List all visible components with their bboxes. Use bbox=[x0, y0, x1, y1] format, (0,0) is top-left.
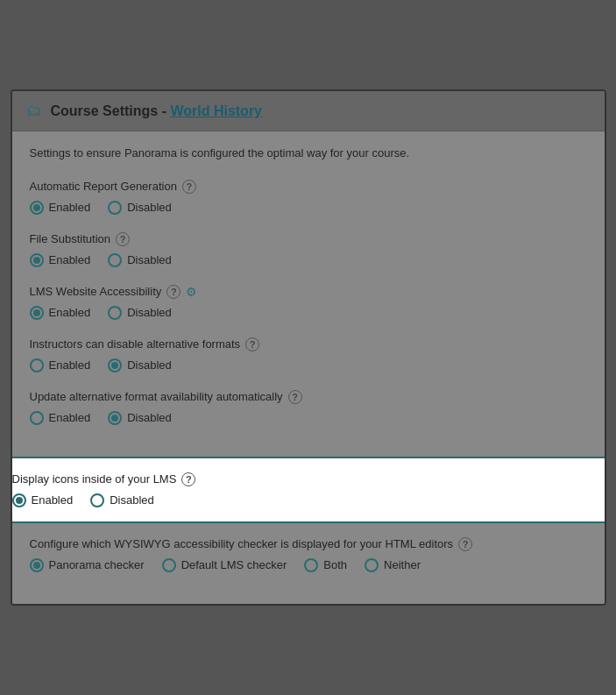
lms-access-help-icon[interactable]: ? bbox=[166, 285, 181, 299]
lms-access-group: LMS Website Accessibility ? ⚙ Enabled Di… bbox=[30, 285, 587, 320]
display-icons-enabled-radio[interactable] bbox=[12, 493, 26, 507]
wysiwyg-panorama-radio[interactable] bbox=[30, 558, 44, 572]
modal-header: 🗂 Course Settings - World History bbox=[12, 91, 605, 131]
auto-report-enabled-option[interactable]: Enabled bbox=[30, 201, 91, 215]
update-availability-disabled-label: Disabled bbox=[127, 411, 172, 424]
display-icons-disabled-label: Disabled bbox=[110, 493, 154, 507]
wysiwyg-default-option[interactable]: Default LMS checker bbox=[162, 558, 287, 572]
description-text: Settings to ensure Panorama is configure… bbox=[30, 145, 587, 161]
wysiwyg-both-option[interactable]: Both bbox=[304, 558, 347, 572]
display-icons-label: Display icons inside of your LMS ? bbox=[12, 472, 605, 486]
auto-report-help-icon[interactable]: ? bbox=[182, 180, 196, 194]
auto-report-disabled-label: Disabled bbox=[127, 201, 172, 214]
lms-access-disabled-label: Disabled bbox=[127, 306, 172, 319]
lms-access-gear-icon[interactable]: ⚙ bbox=[186, 285, 197, 299]
auto-report-disabled-radio[interactable] bbox=[108, 201, 122, 215]
lms-access-radios: Enabled Disabled bbox=[30, 306, 587, 320]
wysiwyg-help-icon[interactable]: ? bbox=[458, 537, 472, 551]
file-sub-group: File Substitution ? Enabled Disabled bbox=[30, 232, 587, 267]
lms-access-enabled-label: Enabled bbox=[49, 306, 91, 319]
lms-access-text: LMS Website Accessibility bbox=[30, 285, 162, 298]
auto-report-disabled-option[interactable]: Disabled bbox=[108, 201, 172, 215]
update-availability-enabled-option[interactable]: Enabled bbox=[30, 411, 91, 425]
update-availability-text: Update alternative format availability a… bbox=[30, 390, 283, 403]
lms-access-disabled-option[interactable]: Disabled bbox=[108, 306, 172, 320]
lms-access-label: LMS Website Accessibility ? ⚙ bbox=[30, 285, 587, 299]
file-sub-label: File Substitution ? bbox=[30, 232, 587, 246]
wysiwyg-neither-option[interactable]: Neither bbox=[365, 558, 421, 572]
display-icons-disabled-option[interactable]: Disabled bbox=[90, 493, 154, 507]
wysiwyg-neither-label: Neither bbox=[384, 558, 421, 571]
auto-report-radios: Enabled Disabled bbox=[30, 201, 587, 215]
course-link[interactable]: World History bbox=[170, 103, 262, 118]
lms-access-enabled-radio[interactable] bbox=[30, 306, 44, 320]
instructors-disable-enabled-label: Enabled bbox=[49, 358, 91, 372]
update-availability-disabled-radio[interactable] bbox=[108, 411, 122, 425]
lms-access-disabled-radio[interactable] bbox=[108, 306, 122, 320]
instructors-disable-group: Instructors can disable alternative form… bbox=[30, 337, 587, 372]
wysiwyg-panorama-option[interactable]: Panorama checker bbox=[30, 558, 145, 572]
modal-body: Settings to ensure Panorama is configure… bbox=[12, 131, 605, 456]
instructors-disable-text: Instructors can disable alternative form… bbox=[30, 337, 241, 351]
update-availability-label: Update alternative format availability a… bbox=[30, 390, 587, 404]
display-icons-enabled-label: Enabled bbox=[32, 493, 74, 507]
auto-report-enabled-radio[interactable] bbox=[30, 201, 44, 215]
file-sub-disabled-option[interactable]: Disabled bbox=[108, 253, 172, 267]
wysiwyg-text: Configure which WYSIWYG accessibility ch… bbox=[30, 537, 454, 550]
display-icons-help-icon[interactable]: ? bbox=[181, 472, 195, 486]
file-sub-help-icon[interactable]: ? bbox=[116, 232, 130, 246]
file-sub-enabled-radio[interactable] bbox=[30, 253, 44, 267]
wysiwyg-default-label: Default LMS checker bbox=[181, 558, 287, 571]
update-availability-help-icon[interactable]: ? bbox=[288, 390, 302, 404]
wysiwyg-group: Configure which WYSIWYG accessibility ch… bbox=[30, 537, 587, 572]
instructors-disable-disabled-option[interactable]: Disabled bbox=[108, 358, 172, 372]
auto-report-group: Automatic Report Generation ? Enabled Di… bbox=[30, 180, 587, 215]
file-sub-enabled-label: Enabled bbox=[49, 253, 91, 266]
file-sub-enabled-option[interactable]: Enabled bbox=[30, 253, 91, 267]
display-icons-disabled-radio[interactable] bbox=[90, 493, 104, 507]
wysiwyg-section: Configure which WYSIWYG accessibility ch… bbox=[12, 523, 605, 604]
instructors-disable-disabled-label: Disabled bbox=[127, 358, 172, 372]
file-sub-disabled-radio[interactable] bbox=[108, 253, 122, 267]
update-availability-enabled-label: Enabled bbox=[49, 411, 91, 424]
wysiwyg-label: Configure which WYSIWYG accessibility ch… bbox=[30, 537, 587, 551]
display-icons-section: Display icons inside of your LMS ? Enabl… bbox=[11, 457, 606, 523]
instructors-disable-radios: Enabled Disabled bbox=[30, 358, 587, 372]
instructors-disable-label: Instructors can disable alternative form… bbox=[30, 337, 587, 351]
instructors-disable-enabled-radio[interactable] bbox=[30, 358, 44, 372]
file-sub-disabled-label: Disabled bbox=[127, 253, 172, 266]
update-availability-disabled-option[interactable]: Disabled bbox=[108, 411, 172, 425]
auto-report-text: Automatic Report Generation bbox=[30, 180, 177, 193]
auto-report-enabled-label: Enabled bbox=[49, 201, 91, 214]
wysiwyg-radios: Panorama checker Default LMS checker Bot… bbox=[30, 558, 587, 572]
lms-access-enabled-option[interactable]: Enabled bbox=[30, 306, 91, 320]
update-availability-radios: Enabled Disabled bbox=[30, 411, 587, 425]
course-settings-modal: 🗂 Course Settings - World History Settin… bbox=[11, 89, 606, 605]
wysiwyg-both-radio[interactable] bbox=[304, 558, 318, 572]
instructors-disable-help-icon[interactable]: ? bbox=[245, 337, 259, 351]
instructors-disable-enabled-option[interactable]: Enabled bbox=[30, 358, 91, 372]
display-icons-text: Display icons inside of your LMS bbox=[12, 472, 177, 486]
update-availability-enabled-radio[interactable] bbox=[30, 411, 44, 425]
header-title-prefix: Course Settings - bbox=[51, 103, 171, 118]
instructors-disable-disabled-radio[interactable] bbox=[108, 358, 122, 372]
wysiwyg-default-radio[interactable] bbox=[162, 558, 176, 572]
wysiwyg-neither-radio[interactable] bbox=[365, 558, 379, 572]
file-sub-text: File Substitution bbox=[30, 232, 111, 245]
display-icons-group: Display icons inside of your LMS ? Enabl… bbox=[12, 472, 605, 507]
display-icons-radios: Enabled Disabled bbox=[12, 493, 605, 507]
auto-report-label: Automatic Report Generation ? bbox=[30, 180, 587, 194]
wysiwyg-both-label: Both bbox=[323, 558, 347, 571]
header-title: Course Settings - World History bbox=[51, 103, 263, 119]
display-icons-enabled-option[interactable]: Enabled bbox=[12, 493, 74, 507]
wysiwyg-panorama-label: Panorama checker bbox=[49, 558, 145, 571]
course-icon: 🗂 bbox=[26, 102, 42, 120]
file-sub-radios: Enabled Disabled bbox=[30, 253, 587, 267]
update-availability-group: Update alternative format availability a… bbox=[30, 390, 587, 425]
